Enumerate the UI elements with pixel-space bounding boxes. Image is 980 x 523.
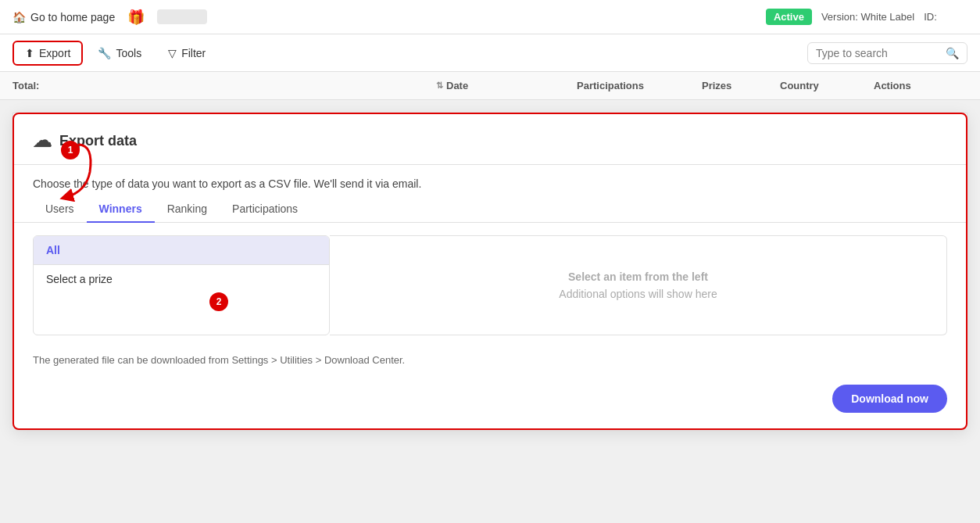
tab-participations[interactable]: Participations — [220, 196, 310, 223]
top-nav-right: Active Version: White Label ID: — [766, 9, 967, 25]
export-button[interactable]: ⬆ Export — [13, 41, 83, 66]
export-tabs: Users Winners Ranking Participations — [14, 196, 966, 223]
tab-users[interactable]: Users — [33, 196, 87, 223]
tools-button[interactable]: 🔧 Tools — [86, 41, 153, 65]
campaign-tag — [157, 9, 206, 24]
cloud-upload-icon: ☁ — [33, 130, 52, 152]
export-right-title: Select an item from the left — [568, 270, 708, 283]
toolbar-left: ⬆ Export 🔧 Tools ▽ Filter — [13, 41, 217, 66]
tools-icon: 🔧 — [98, 47, 111, 59]
search-box: 🔍 — [807, 42, 967, 64]
top-nav-left: 🏠 Go to home page 🎁 — [13, 9, 207, 26]
version-label: Version: White Label — [821, 11, 914, 23]
tab-ranking[interactable]: Ranking — [155, 196, 220, 223]
export-panel: 2 ☁ Export data Choose the type of data … — [13, 113, 967, 430]
col-name-header — [67, 80, 436, 91]
sort-icon: ⇅ — [436, 81, 443, 91]
gift-icon-button[interactable]: 🎁 — [127, 9, 145, 26]
top-nav: 🏠 Go to home page 🎁 Active Version: Whit… — [0, 0, 980, 34]
id-label: ID: — [924, 11, 937, 23]
export-label: Export — [39, 47, 70, 59]
go-home-label: Go to home page — [30, 11, 115, 23]
col-actions-header: Actions — [874, 80, 967, 91]
go-home-link[interactable]: 🏠 Go to home page — [13, 11, 115, 23]
content-area: 1 ES ☆ ⚙ 👁 🗑 4 ES ☆ ⚙ 👁 🗑 1 — [0, 100, 980, 523]
search-input[interactable] — [816, 47, 941, 59]
export-subtitle: Choose the type of data you want to expo… — [14, 165, 966, 196]
col-total-header: Total: — [13, 80, 67, 91]
export-footer-text: The generated file can be downloaded fro… — [14, 348, 966, 378]
download-now-button[interactable]: Download now — [832, 385, 947, 413]
export-item-select-prize[interactable]: Select a prize — [34, 265, 329, 293]
annotation-2: 2 — [209, 292, 228, 311]
col-prizes-header: Prizes — [702, 80, 780, 91]
active-badge: Active — [766, 9, 812, 25]
col-date-header: ⇅ Date — [436, 80, 577, 91]
tools-label: Tools — [116, 47, 141, 59]
export-right-sub: Additional options will show here — [559, 288, 717, 300]
search-icon: 🔍 — [946, 47, 959, 59]
export-right-panel: Select an item from the left Additional … — [330, 235, 947, 335]
table-header: Total: ⇅ Date Participations Prizes Coun… — [0, 72, 980, 100]
filter-label: Filter — [181, 47, 206, 59]
id-value — [946, 11, 967, 23]
export-left-panel: All Select a prize — [33, 235, 330, 335]
toolbar: ⬆ Export 🔧 Tools ▽ Filter 🔍 — [0, 34, 980, 72]
export-body: All Select a prize Select an item from t… — [14, 223, 966, 348]
export-icon: ⬆ — [25, 47, 34, 59]
home-icon: 🏠 — [13, 11, 26, 23]
tab-winners[interactable]: Winners — [87, 196, 155, 223]
filter-button[interactable]: ▽ Filter — [156, 41, 217, 65]
export-panel-header: ☁ Export data — [14, 114, 966, 165]
export-footer-actions: Download now — [14, 378, 966, 428]
filter-icon: ▽ — [168, 47, 177, 59]
col-country-header: Country — [780, 80, 874, 91]
annotation-1: 1 — [61, 141, 80, 159]
col-participations-header: Participations — [577, 80, 702, 91]
export-item-all[interactable]: All — [34, 236, 329, 265]
